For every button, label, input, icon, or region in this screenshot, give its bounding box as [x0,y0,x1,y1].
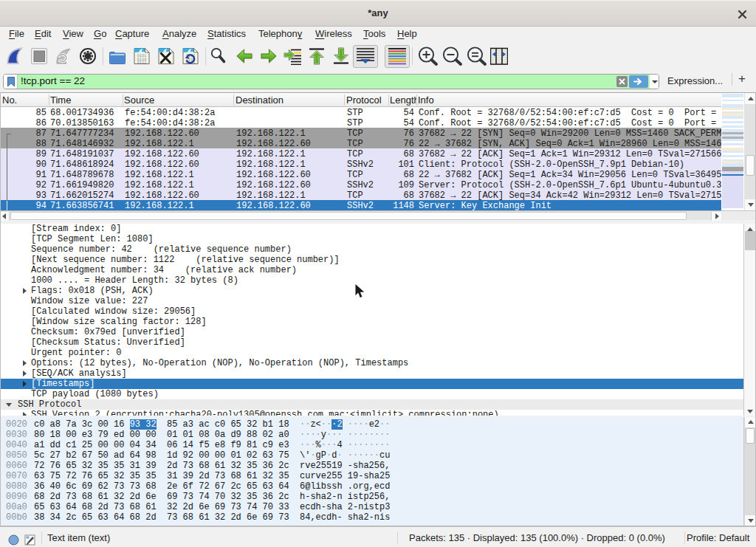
svg-text:0111: 0111 [137,61,147,65]
